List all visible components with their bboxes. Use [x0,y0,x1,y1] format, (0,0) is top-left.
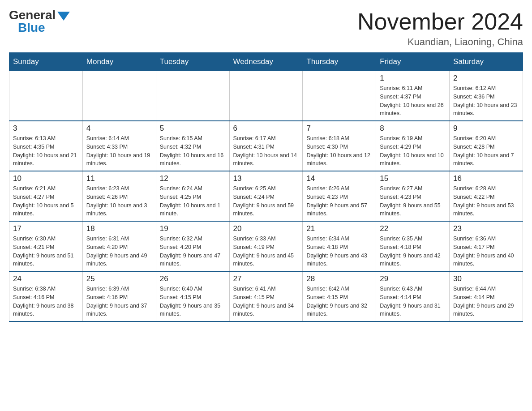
day-number: 29 [380,274,446,283]
day-number: 8 [380,124,446,133]
day-number: 13 [233,174,299,183]
day-info: Sunrise: 6:14 AMSunset: 4:33 PMDaylight:… [86,134,152,168]
day-info: Sunrise: 6:12 AMSunset: 4:36 PMDaylight:… [453,84,519,118]
calendar-cell-2-6: 8Sunrise: 6:19 AMSunset: 4:29 PMDaylight… [376,121,450,171]
calendar-cell-5-7: 30Sunrise: 6:44 AMSunset: 4:14 PMDayligh… [450,271,523,321]
calendar-cell-4-6: 22Sunrise: 6:35 AMSunset: 4:18 PMDayligh… [376,221,450,271]
calendar-cell-3-2: 11Sunrise: 6:23 AMSunset: 4:26 PMDayligh… [82,171,156,221]
day-number: 21 [306,224,372,233]
day-number: 24 [13,274,79,283]
day-number: 7 [306,124,372,133]
day-info: Sunrise: 6:13 AMSunset: 4:35 PMDaylight:… [13,134,79,168]
day-info: Sunrise: 6:36 AMSunset: 4:17 PMDaylight:… [453,235,519,268]
calendar-cell-2-4: 6Sunrise: 6:17 AMSunset: 4:31 PMDaylight… [229,121,303,171]
day-number: 23 [453,224,519,233]
logo-blue-text: Blue [18,21,70,34]
location-subtitle: Kuandian, Liaoning, China [357,36,523,48]
calendar-cell-4-4: 20Sunrise: 6:33 AMSunset: 4:19 PMDayligh… [229,221,303,271]
day-number: 9 [453,124,519,133]
day-info: Sunrise: 6:34 AMSunset: 4:18 PMDaylight:… [306,235,372,268]
day-info: Sunrise: 6:15 AMSunset: 4:32 PMDaylight:… [160,134,226,168]
calendar-cell-4-5: 21Sunrise: 6:34 AMSunset: 4:18 PMDayligh… [303,221,376,271]
day-number: 22 [380,224,446,233]
day-number: 2 [453,74,519,83]
day-number: 16 [453,174,519,183]
calendar-cell-1-7: 2Sunrise: 6:12 AMSunset: 4:36 PMDaylight… [450,71,523,121]
calendar-week-row-3: 10Sunrise: 6:21 AMSunset: 4:27 PMDayligh… [9,171,523,221]
calendar-cell-3-4: 13Sunrise: 6:25 AMSunset: 4:24 PMDayligh… [229,171,303,221]
day-info: Sunrise: 6:18 AMSunset: 4:30 PMDaylight:… [306,134,372,168]
day-info: Sunrise: 6:39 AMSunset: 4:16 PMDaylight:… [86,285,152,318]
month-year-title: November 2024 [357,9,523,34]
calendar-cell-5-5: 28Sunrise: 6:42 AMSunset: 4:15 PMDayligh… [303,271,376,321]
calendar-cell-2-2: 4Sunrise: 6:14 AMSunset: 4:33 PMDaylight… [82,121,156,171]
day-info: Sunrise: 6:31 AMSunset: 4:20 PMDaylight:… [86,235,152,268]
calendar-cell-4-1: 17Sunrise: 6:30 AMSunset: 4:21 PMDayligh… [9,221,83,271]
day-info: Sunrise: 6:19 AMSunset: 4:29 PMDaylight:… [380,134,446,168]
day-number: 26 [160,274,226,283]
day-info: Sunrise: 6:25 AMSunset: 4:24 PMDaylight:… [233,184,299,218]
calendar-cell-3-1: 10Sunrise: 6:21 AMSunset: 4:27 PMDayligh… [9,171,83,221]
col-saturday: Saturday [450,53,523,71]
calendar-cell-1-6: 1Sunrise: 6:11 AMSunset: 4:37 PMDaylight… [376,71,450,121]
calendar-cell-5-6: 29Sunrise: 6:43 AMSunset: 4:14 PMDayligh… [376,271,450,321]
logo-general-text: General [9,9,56,21]
logo-triangle-icon [57,12,70,21]
calendar-cell-4-2: 18Sunrise: 6:31 AMSunset: 4:20 PMDayligh… [82,221,156,271]
day-number: 1 [380,74,446,83]
day-info: Sunrise: 6:43 AMSunset: 4:14 PMDaylight:… [380,285,446,318]
day-info: Sunrise: 6:21 AMSunset: 4:27 PMDaylight:… [13,184,79,218]
calendar-cell-5-2: 25Sunrise: 6:39 AMSunset: 4:16 PMDayligh… [82,271,156,321]
day-info: Sunrise: 6:32 AMSunset: 4:20 PMDaylight:… [160,235,226,268]
col-sunday: Sunday [9,53,83,71]
day-info: Sunrise: 6:38 AMSunset: 4:16 PMDaylight:… [13,285,79,318]
calendar-cell-3-3: 12Sunrise: 6:24 AMSunset: 4:25 PMDayligh… [156,171,229,221]
day-number: 28 [306,274,372,283]
day-number: 4 [86,124,152,133]
col-tuesday: Tuesday [156,53,229,71]
logo: General Blue [9,9,70,34]
day-info: Sunrise: 6:28 AMSunset: 4:22 PMDaylight:… [453,184,519,218]
day-number: 5 [160,124,226,133]
calendar-week-row-5: 24Sunrise: 6:38 AMSunset: 4:16 PMDayligh… [9,271,523,321]
day-info: Sunrise: 6:42 AMSunset: 4:15 PMDaylight:… [306,285,372,318]
day-number: 10 [13,174,79,183]
col-thursday: Thursday [303,53,376,71]
calendar-cell-4-7: 23Sunrise: 6:36 AMSunset: 4:17 PMDayligh… [450,221,523,271]
day-number: 11 [86,174,152,183]
calendar-week-row-1: 1Sunrise: 6:11 AMSunset: 4:37 PMDaylight… [9,71,523,121]
calendar-cell-1-1 [9,71,83,121]
day-info: Sunrise: 6:40 AMSunset: 4:15 PMDaylight:… [160,285,226,318]
calendar-cell-2-3: 5Sunrise: 6:15 AMSunset: 4:32 PMDaylight… [156,121,229,171]
day-number: 15 [380,174,446,183]
day-number: 30 [453,274,519,283]
day-info: Sunrise: 6:24 AMSunset: 4:25 PMDaylight:… [160,184,226,218]
calendar-week-row-4: 17Sunrise: 6:30 AMSunset: 4:21 PMDayligh… [9,221,523,271]
page-header: General Blue November 2024 Kuandian, Lia… [9,9,523,48]
calendar-cell-3-6: 15Sunrise: 6:27 AMSunset: 4:23 PMDayligh… [376,171,450,221]
calendar-cell-4-3: 19Sunrise: 6:32 AMSunset: 4:20 PMDayligh… [156,221,229,271]
calendar-header-row: Sunday Monday Tuesday Wednesday Thursday… [9,53,523,71]
calendar-cell-3-7: 16Sunrise: 6:28 AMSunset: 4:22 PMDayligh… [450,171,523,221]
day-info: Sunrise: 6:26 AMSunset: 4:23 PMDaylight:… [306,184,372,218]
day-info: Sunrise: 6:11 AMSunset: 4:37 PMDaylight:… [380,84,446,118]
calendar-cell-5-4: 27Sunrise: 6:41 AMSunset: 4:15 PMDayligh… [229,271,303,321]
day-number: 14 [306,174,372,183]
day-info: Sunrise: 6:35 AMSunset: 4:18 PMDaylight:… [380,235,446,268]
day-number: 25 [86,274,152,283]
day-number: 19 [160,224,226,233]
calendar-cell-2-7: 9Sunrise: 6:20 AMSunset: 4:28 PMDaylight… [450,121,523,171]
day-info: Sunrise: 6:20 AMSunset: 4:28 PMDaylight:… [453,134,519,168]
day-info: Sunrise: 6:27 AMSunset: 4:23 PMDaylight:… [380,184,446,218]
day-info: Sunrise: 6:17 AMSunset: 4:31 PMDaylight:… [233,134,299,168]
calendar-cell-1-4 [229,71,303,121]
calendar-cell-3-5: 14Sunrise: 6:26 AMSunset: 4:23 PMDayligh… [303,171,376,221]
day-number: 18 [86,224,152,233]
calendar-cell-2-1: 3Sunrise: 6:13 AMSunset: 4:35 PMDaylight… [9,121,83,171]
day-number: 6 [233,124,299,133]
calendar-cell-5-1: 24Sunrise: 6:38 AMSunset: 4:16 PMDayligh… [9,271,83,321]
day-info: Sunrise: 6:30 AMSunset: 4:21 PMDaylight:… [13,235,79,268]
day-number: 27 [233,274,299,283]
day-info: Sunrise: 6:33 AMSunset: 4:19 PMDaylight:… [233,235,299,268]
calendar-cell-1-3 [156,71,229,121]
